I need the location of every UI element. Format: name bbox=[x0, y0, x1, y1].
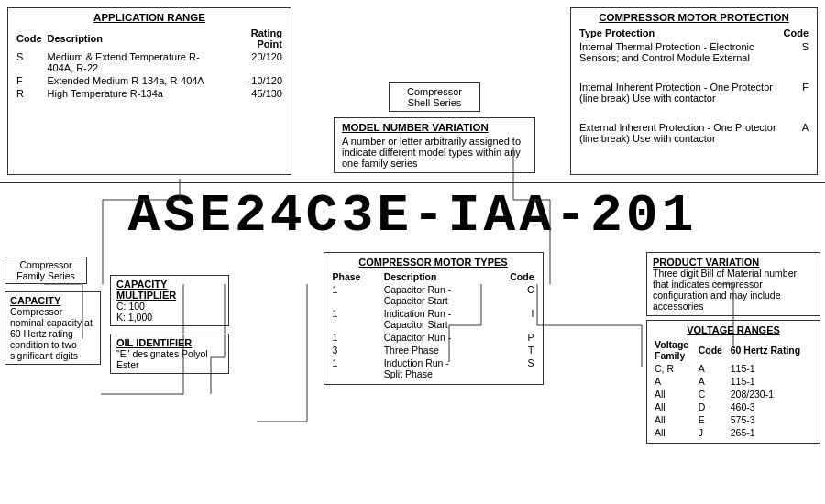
family-series-label: Compressor Family Series bbox=[5, 257, 87, 284]
top-section: APPLICATION RANGE Code Description Ratin… bbox=[0, 0, 825, 183]
col-phase: Phase bbox=[330, 270, 381, 283]
col-description: Description bbox=[381, 270, 492, 283]
phase-1c: 1 bbox=[330, 331, 381, 344]
rating-115-1b: 115-1 bbox=[729, 375, 814, 388]
col-code: Code bbox=[781, 27, 812, 39]
vcode-d: D bbox=[697, 400, 729, 413]
desc-three-phase: Three Phase bbox=[381, 344, 492, 356]
vcode-c: C bbox=[697, 388, 729, 400]
vcode-a2: A bbox=[697, 375, 729, 388]
main-container: APPLICATION RANGE Code Description Ratin… bbox=[0, 0, 825, 504]
model-number-display: ASE24C3E-IAA-201 bbox=[128, 186, 698, 246]
bottom-section: Compressor Family Series CAPACITY Compre… bbox=[0, 247, 825, 449]
vcode-j: J bbox=[697, 426, 729, 439]
rating-208: 208/230-1 bbox=[729, 388, 814, 400]
protection-code-f bbox=[781, 65, 812, 80]
phase-1d: 1 bbox=[330, 356, 381, 380]
table-row: 1 Induction Run -Split Phase S bbox=[330, 356, 537, 380]
motor-types-table: Phase Description Code 1 Capacitor Run -… bbox=[330, 270, 537, 380]
col-code: Code bbox=[491, 270, 536, 283]
desc-indication-run: Indication Run -Capacitor Start bbox=[381, 307, 492, 331]
voltage-ranges-title: VOLTAGE RANGES bbox=[653, 324, 814, 335]
bottom-left: Compressor Family Series CAPACITY Compre… bbox=[5, 247, 105, 449]
table-row: 1 Capacitor Run -Capacitor Start C bbox=[330, 283, 537, 307]
protection-type-a2: External Inherent Protection - One Prote… bbox=[577, 120, 781, 146]
table-row: All C 208/230-1 bbox=[653, 388, 814, 400]
desc-f: Extended Medium R-134a, R-404A bbox=[45, 74, 226, 87]
protection-type-a bbox=[577, 105, 781, 120]
rating-460: 460-3 bbox=[729, 400, 814, 413]
model-variation-box: MODEL NUMBER VARIATION A number or lette… bbox=[334, 117, 535, 173]
oil-identifier-box: OIL IDENTIFIER "E" designates Polyol Est… bbox=[110, 334, 229, 374]
code-r: R bbox=[14, 87, 45, 100]
application-range-box: APPLICATION RANGE Code Description Ratin… bbox=[7, 7, 292, 175]
vcode-a1: A bbox=[697, 362, 729, 375]
shell-series-box: Compressor Shell Series bbox=[389, 82, 480, 112]
col-type-protection: Type Protection bbox=[577, 27, 781, 39]
top-middle: Compressor Shell Series MODEL NUMBER VAR… bbox=[299, 0, 570, 182]
table-row: F Extended Medium R-134a, R-404A -10/120 bbox=[14, 74, 285, 87]
table-row: 1 Indication Run -Capacitor Start I bbox=[330, 307, 537, 331]
code-f: F bbox=[14, 74, 45, 87]
capacity-multiplier-title: CAPACITY MULTIPLIER bbox=[116, 279, 223, 301]
desc-induction-run: Induction Run -Split Phase bbox=[381, 356, 492, 380]
rating-r: 45/130 bbox=[225, 87, 285, 100]
model-variation-description: A number or letter arbitrarily assigned … bbox=[342, 136, 527, 169]
voltage-ranges-box: VOLTAGE RANGES VoltageFamily Code 60 Her… bbox=[646, 320, 820, 444]
motor-protection-title: COMPRESSOR MOTOR PROTECTION bbox=[577, 12, 811, 23]
col-voltage-code: Code bbox=[697, 338, 729, 362]
model-number-row: ASE24C3E-IAA-201 bbox=[0, 183, 825, 247]
table-row: Internal Thermal Protection - Electronic… bbox=[577, 39, 811, 65]
rating-f: -10/120 bbox=[225, 74, 285, 87]
family-series-text: Compressor Family Series bbox=[16, 259, 75, 281]
col-rating: Rating Point bbox=[225, 27, 285, 50]
table-row: 1 Capacitor Run - P bbox=[330, 331, 537, 344]
app-range-title: APPLICATION RANGE bbox=[14, 12, 285, 23]
family-all-c: All bbox=[653, 388, 697, 400]
shell-series-label: Compressor Shell Series bbox=[407, 86, 462, 108]
family-all-j: All bbox=[653, 426, 697, 439]
code-i: I bbox=[491, 307, 536, 331]
bottom-center: COMPRESSOR MOTOR TYPES Phase Description… bbox=[234, 247, 632, 449]
capacity-box: CAPACITY Compressor nominal capacity at … bbox=[5, 291, 101, 365]
bottom-right: PRODUCT VARIATION Three digit Bill of Ma… bbox=[637, 247, 820, 449]
oil-identifier-title: OIL IDENTIFIER bbox=[116, 337, 223, 348]
capacity-multiplier-k: K: 1,000 bbox=[116, 312, 223, 323]
table-row: All D 460-3 bbox=[653, 400, 814, 413]
phase-1a: 1 bbox=[330, 283, 381, 307]
table-row: External Inherent Protection - One Prote… bbox=[577, 120, 811, 146]
product-variation-box: PRODUCT VARIATION Three digit Bill of Ma… bbox=[646, 252, 820, 316]
table-row: C, R A 115-1 bbox=[653, 362, 814, 375]
rating-115-1a: 115-1 bbox=[729, 362, 814, 375]
family-all-e: All bbox=[653, 413, 697, 426]
table-row: All E 575-3 bbox=[653, 413, 814, 426]
table-row: S Medium & Extend Temperature R-404A, R-… bbox=[14, 50, 285, 74]
phase-3: 3 bbox=[330, 344, 381, 356]
protection-type-f2: Internal Inherent Protection - One Prote… bbox=[577, 80, 781, 105]
desc-capacitor-run2: Capacitor Run - bbox=[381, 331, 492, 344]
model-variation-title: MODEL NUMBER VARIATION bbox=[342, 122, 527, 133]
table-row: R High Temperature R-134a 45/130 bbox=[14, 87, 285, 100]
capacity-multiplier-box: CAPACITY MULTIPLIER C: 100 K: 1,000 bbox=[110, 275, 229, 326]
motor-protection-box: COMPRESSOR MOTOR PROTECTION Type Protect… bbox=[570, 7, 818, 175]
family-a: A bbox=[653, 375, 697, 388]
col-description: Description bbox=[45, 27, 226, 50]
desc-capacitor-run: Capacitor Run -Capacitor Start bbox=[381, 283, 492, 307]
col-voltage-family: VoltageFamily bbox=[653, 338, 697, 362]
capacity-multiplier-c: C: 100 bbox=[116, 301, 223, 312]
protection-code-a2: A bbox=[781, 120, 812, 146]
code-s: S bbox=[491, 356, 536, 380]
protection-type-f bbox=[577, 65, 781, 80]
protection-code-f2: F bbox=[781, 80, 812, 105]
protection-code-s: S bbox=[781, 39, 812, 65]
capacity-title: CAPACITY bbox=[10, 295, 95, 306]
code-t: T bbox=[491, 344, 536, 356]
product-variation-description: Three digit Bill of Material number that… bbox=[653, 268, 814, 312]
oil-identifier-description: "E" designates Polyol Ester bbox=[116, 348, 223, 370]
capacity-description: Compressor nominal capacity at 60 Hertz … bbox=[10, 306, 95, 361]
table-row: A A 115-1 bbox=[653, 375, 814, 388]
code-c: C bbox=[491, 283, 536, 307]
motor-types-box: COMPRESSOR MOTOR TYPES Phase Description… bbox=[324, 252, 544, 385]
desc-s: Medium & Extend Temperature R-404A, R-22 bbox=[45, 50, 226, 74]
col-code: Code bbox=[14, 27, 45, 50]
